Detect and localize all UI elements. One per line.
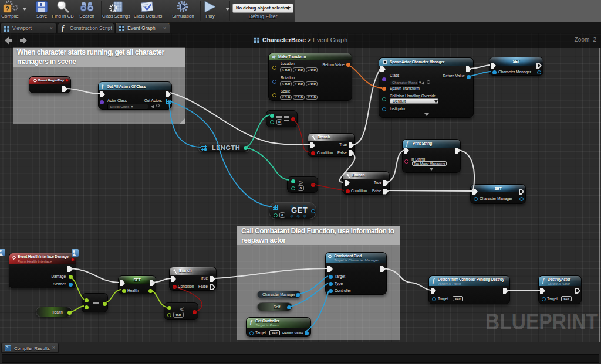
svg-text:?: ? (5, 6, 9, 12)
